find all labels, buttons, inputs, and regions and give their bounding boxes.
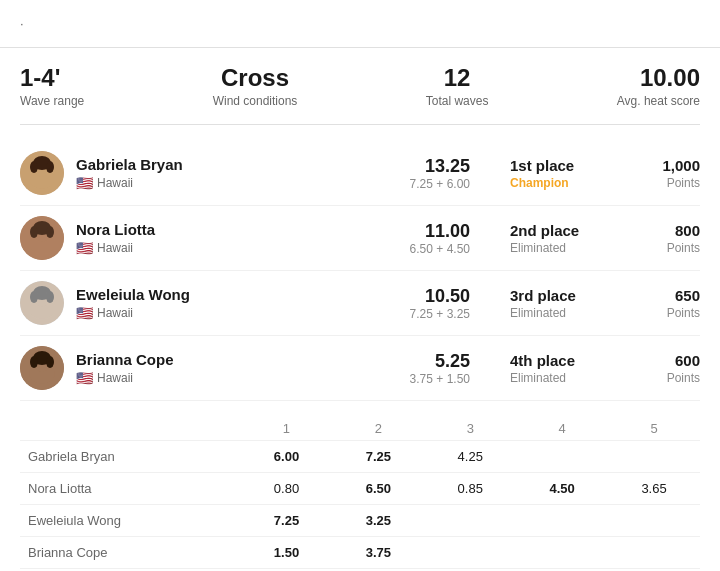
points-label: Points xyxy=(640,306,700,320)
points-block: 600 Points xyxy=(640,352,700,385)
scores-section: 10.50 7.25 + 3.25 3rd place Eliminated 6… xyxy=(400,286,700,321)
flag-icon: 🇺🇸 xyxy=(76,175,93,191)
place-status: Eliminated xyxy=(510,241,600,255)
score-sub: 3.75 + 1.50 xyxy=(400,372,470,386)
svg-point-23 xyxy=(46,356,54,368)
score-col-num: 3 xyxy=(424,417,516,441)
score-col-num: 1 xyxy=(241,417,333,441)
points-value: 1,000 xyxy=(640,157,700,174)
score-col-num: 5 xyxy=(608,417,700,441)
score-table-row: Gabriela Bryan6.007.254.25 xyxy=(20,441,700,473)
score-athlete-name: Brianna Cope xyxy=(20,537,241,569)
points-value: 800 xyxy=(640,222,700,239)
stat-item: 10.00 Avg. heat score xyxy=(617,64,700,108)
score-cell: 0.80 xyxy=(241,473,333,505)
place-status: Eliminated xyxy=(510,371,600,385)
region-label: Hawaii xyxy=(97,371,133,385)
score-table-row: Eweleiula Wong7.253.25 xyxy=(20,505,700,537)
points-label: Points xyxy=(640,176,700,190)
score-col-name xyxy=(20,417,241,441)
athletes-list: Gabriela Bryan 🇺🇸 Hawaii 13.25 7.25 + 6.… xyxy=(20,141,700,401)
region-label: Hawaii xyxy=(97,306,133,320)
athlete-region: 🇺🇸 Hawaii xyxy=(76,240,400,256)
points-block: 800 Points xyxy=(640,222,700,255)
score-cell xyxy=(516,441,608,473)
svg-point-10 xyxy=(30,226,38,238)
scores-section: 13.25 7.25 + 6.00 1st place Champion 1,0… xyxy=(400,156,700,191)
score-cell: 0.85 xyxy=(424,473,516,505)
score-main: 5.25 xyxy=(400,351,470,372)
athlete-row: Eweleiula Wong 🇺🇸 Hawaii 10.50 7.25 + 3.… xyxy=(20,271,700,336)
score-main: 10.50 xyxy=(400,286,470,307)
score-cell: 4.25 xyxy=(424,441,516,473)
stat-label: Avg. heat score xyxy=(617,94,700,108)
score-cell: 6.50 xyxy=(332,473,424,505)
score-block: 5.25 3.75 + 1.50 xyxy=(400,351,470,386)
score-main: 11.00 xyxy=(400,221,470,242)
score-cell: 1.50 xyxy=(241,537,333,569)
place-main: 2nd place xyxy=(510,222,600,239)
stat-value: Cross xyxy=(213,64,298,92)
place-block: 3rd place Eliminated xyxy=(510,287,600,320)
score-sub: 6.50 + 4.50 xyxy=(400,242,470,256)
subtitle-details: · xyxy=(20,16,24,31)
athlete-row: Nora Liotta 🇺🇸 Hawaii 11.00 6.50 + 4.50 … xyxy=(20,206,700,271)
page-header: · xyxy=(20,16,700,31)
athlete-name: Nora Liotta xyxy=(76,221,400,238)
region-label: Hawaii xyxy=(97,176,133,190)
score-cell: 7.25 xyxy=(332,441,424,473)
svg-point-5 xyxy=(46,161,54,173)
avatar xyxy=(20,281,64,325)
score-sub: 7.25 + 3.25 xyxy=(400,307,470,321)
athlete-name: Gabriela Bryan xyxy=(76,156,400,173)
place-block: 4th place Eliminated xyxy=(510,352,600,385)
score-cell: 6.00 xyxy=(241,441,333,473)
score-block: 13.25 7.25 + 6.00 xyxy=(400,156,470,191)
score-cell xyxy=(424,537,516,569)
points-value: 650 xyxy=(640,287,700,304)
score-cell: 7.25 xyxy=(241,505,333,537)
avatar xyxy=(20,346,64,390)
athlete-region: 🇺🇸 Hawaii xyxy=(76,175,400,191)
scores-section: 11.00 6.50 + 4.50 2nd place Eliminated 8… xyxy=(400,221,700,256)
score-table: 12345 Gabriela Bryan6.007.254.25Nora Lio… xyxy=(20,417,700,569)
points-label: Points xyxy=(640,241,700,255)
athlete-name: Brianna Cope xyxy=(76,351,400,368)
page-subtitle: · xyxy=(20,16,700,31)
svg-point-4 xyxy=(30,161,38,173)
athlete-name: Eweleiula Wong xyxy=(76,286,400,303)
stat-label: Wind conditions xyxy=(213,94,298,108)
score-cell: 3.75 xyxy=(332,537,424,569)
score-cell xyxy=(424,505,516,537)
svg-point-22 xyxy=(30,356,38,368)
place-main: 4th place xyxy=(510,352,600,369)
score-table-row: Nora Liotta0.806.500.854.503.65 xyxy=(20,473,700,505)
flag-icon: 🇺🇸 xyxy=(76,240,93,256)
avatar xyxy=(20,216,64,260)
score-col-num: 4 xyxy=(516,417,608,441)
score-table-row: Brianna Cope1.503.75 xyxy=(20,537,700,569)
score-cell xyxy=(608,441,700,473)
points-block: 1,000 Points xyxy=(640,157,700,190)
region-label: Hawaii xyxy=(97,241,133,255)
score-cell: 4.50 xyxy=(516,473,608,505)
place-main: 1st place xyxy=(510,157,600,174)
score-main: 13.25 xyxy=(400,156,470,177)
stat-label: Wave range xyxy=(20,94,84,108)
place-status: Eliminated xyxy=(510,306,600,320)
place-status: Champion xyxy=(510,176,600,190)
score-cell xyxy=(516,537,608,569)
athlete-region: 🇺🇸 Hawaii xyxy=(76,370,400,386)
score-sub: 7.25 + 6.00 xyxy=(400,177,470,191)
athlete-row: Gabriela Bryan 🇺🇸 Hawaii 13.25 7.25 + 6.… xyxy=(20,141,700,206)
stats-row: 1-4' Wave range Cross Wind conditions 12… xyxy=(20,48,700,125)
score-col-num: 2 xyxy=(332,417,424,441)
athlete-info: Gabriela Bryan 🇺🇸 Hawaii xyxy=(76,156,400,191)
score-table-section: 12345 Gabriela Bryan6.007.254.25Nora Lio… xyxy=(20,417,700,569)
score-cell xyxy=(516,505,608,537)
place-block: 1st place Champion xyxy=(510,157,600,190)
stat-value: 1-4' xyxy=(20,64,84,92)
score-table-header: 12345 xyxy=(20,417,700,441)
stat-item: 12 Total waves xyxy=(426,64,489,108)
athlete-row: Brianna Cope 🇺🇸 Hawaii 5.25 3.75 + 1.50 … xyxy=(20,336,700,401)
